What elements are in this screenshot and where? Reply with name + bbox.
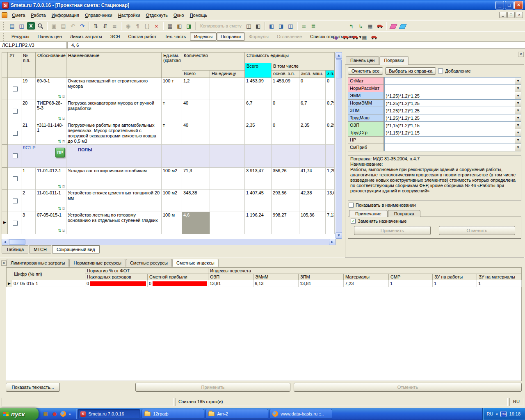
- index-cell[interactable]: 13,81: [208, 280, 253, 287]
- base-salary-cell[interactable]: 356,26: [272, 168, 299, 190]
- window-split-v-icon[interactable]: ◨: [276, 21, 286, 30]
- row-number-cell[interactable]: 20: [21, 100, 36, 122]
- field-value-input[interactable]: ▼: [384, 136, 521, 144]
- field-value-input[interactable]: )*1.25)*1.2)*1,25▼: [384, 99, 521, 107]
- clear-all-button[interactable]: Очистить все: [348, 67, 383, 75]
- pick-from-reference-button[interactable]: Выбрать из справ-ка: [385, 67, 436, 75]
- index-cell[interactable]: 1: [433, 280, 477, 287]
- machine-cell[interactable]: 42,38: [299, 190, 326, 212]
- minimize-button[interactable]: _: [495, 1, 504, 9]
- approve-checkbox[interactable]: [13, 176, 18, 181]
- col-header-unit[interactable]: Ед.изм. (краткая: [162, 52, 182, 78]
- machine-cell[interactable]: 0: [299, 78, 326, 100]
- panel-close-icon[interactable]: ×: [518, 52, 524, 57]
- quantity-cell[interactable]: 4,6: [182, 212, 210, 234]
- cell-reference[interactable]: ЛС1.Р1.ПР2.V3: [0, 43, 66, 48]
- apply-button[interactable]: Применить: [135, 383, 290, 392]
- quick-launch-app-icon[interactable]: ▦: [42, 411, 49, 417]
- subtab-note[interactable]: Примечание: [349, 210, 388, 217]
- machine-cell[interactable]: 2,35: [299, 122, 326, 145]
- col-header-zu-materials[interactable]: ЗУ на материалы: [477, 274, 522, 280]
- col-header-qty-total[interactable]: Всего: [182, 71, 210, 78]
- basis-cell[interactable]: 07-05-015-1⇅¤: [36, 212, 66, 234]
- close-button[interactable]: ×: [514, 1, 523, 9]
- quantity-cell[interactable]: 40: [182, 100, 210, 122]
- formula-value[interactable]: 4, 6: [71, 43, 79, 48]
- col-header-machines[interactable]: эксп. маш.: [299, 71, 326, 78]
- scroll-up-icon[interactable]: ▲: [336, 52, 342, 59]
- salary-cell[interactable]: 0,29: [326, 122, 335, 145]
- recalc-icon[interactable]: ▦: [165, 21, 175, 30]
- dropdown-arrow-icon[interactable]: ▼: [515, 122, 521, 129]
- unit-cell[interactable]: т: [162, 100, 182, 122]
- bottom-tab-2[interactable]: Сметные ресурсы: [126, 259, 172, 267]
- taskbar-task-2[interactable]: Акт-2: [205, 409, 268, 419]
- new-estimate-icon[interactable]: ▤: [7, 21, 17, 30]
- tab-price-panel[interactable]: Панель цен: [346, 56, 379, 64]
- per-unit-cell[interactable]: [210, 100, 245, 122]
- per-unit-cell[interactable]: [210, 190, 245, 212]
- addition-checkbox[interactable]: [438, 68, 443, 73]
- toolbar-grip[interactable]: [3, 33, 5, 41]
- edit-norm-icon[interactable]: ◧: [175, 21, 184, 30]
- highlight-blue-icon[interactable]: [398, 22, 407, 31]
- per-unit-cell[interactable]: [210, 122, 245, 145]
- dropdown-arrow-icon[interactable]: ▼: [515, 100, 521, 107]
- name-cell[interactable]: Погрузочные работы при автомобильных пер…: [66, 122, 162, 145]
- level-up-icon[interactable]: ↰: [347, 22, 356, 31]
- row-number-cell[interactable]: 1: [21, 168, 36, 190]
- name-cell[interactable]: Устройство стяжек цементных толщиной 20 …: [66, 190, 162, 212]
- per-unit-cell[interactable]: [210, 78, 245, 100]
- quantity-cell[interactable]: 71,3: [182, 168, 210, 190]
- stamp-icon[interactable]: ◆: [331, 33, 341, 42]
- base-salary-cell[interactable]: 998,27: [272, 212, 299, 234]
- basis-cell[interactable]: 69-9-1⇅¤: [36, 78, 66, 100]
- totals-grid-icon[interactable]: ▦: [365, 22, 375, 31]
- unit-cell[interactable]: 100 м: [162, 212, 182, 234]
- menu-item-1[interactable]: Работа: [28, 11, 48, 19]
- firefox-quick-icon[interactable]: [60, 411, 66, 417]
- show-tech-part-button[interactable]: Показать техчасть...: [6, 383, 60, 392]
- col-header-overhead[interactable]: Накладных расходов: [85, 274, 148, 280]
- dropdown-arrow-icon[interactable]: ▼: [515, 144, 521, 151]
- cost-total-cell[interactable]: 1 453,09: [245, 78, 272, 100]
- bottom-tab-1[interactable]: Нормативные ресурсы: [69, 259, 125, 267]
- vertical-scrollbar[interactable]: ▲ ▼: [336, 52, 342, 239]
- machine-cell[interactable]: 41,74: [299, 168, 326, 190]
- col-header-smr[interactable]: СМР: [389, 274, 433, 280]
- excel-export-icon[interactable]: X: [27, 22, 35, 30]
- base-salary-cell[interactable]: 0: [272, 100, 299, 122]
- panel-button-1[interactable]: Панель цен: [33, 32, 66, 41]
- estimate-row[interactable]: 211-01-011-1⇅¤Устройство стяжек цементны…: [2, 190, 335, 212]
- insert-estimate-icon[interactable]: ◫: [17, 21, 26, 30]
- col-header-cost-total[interactable]: Всего: [245, 63, 272, 78]
- cost-total-cell[interactable]: 3 913,47: [245, 168, 272, 190]
- estimate-row[interactable]: ▶307-05-015-1⇅¤Устройство лестниц по гот…: [2, 212, 335, 234]
- approve-checkbox-cell[interactable]: [8, 78, 21, 100]
- panel-button-2[interactable]: Лимит. затраты: [66, 32, 106, 41]
- subtab-correction[interactable]: Поправка: [388, 210, 420, 217]
- menu-item-5[interactable]: Отдохнуть: [143, 11, 171, 19]
- tree-expand-icon[interactable]: ≡: [299, 21, 309, 30]
- code-cell[interactable]: 07-05-015-1: [12, 280, 85, 287]
- index-cell[interactable]: 0: [148, 280, 208, 287]
- dropdown-arrow-icon[interactable]: ▼: [515, 114, 521, 121]
- menu-item-4[interactable]: Настройки: [115, 11, 143, 19]
- salary-cell[interactable]: 0: [326, 78, 335, 100]
- start-button[interactable]: пуск: [0, 408, 39, 420]
- horizontal-scroll-thumb[interactable]: [9, 239, 25, 245]
- base-salary-cell[interactable]: 1 453,09: [272, 78, 299, 100]
- salary-cell[interactable]: 0,79: [326, 100, 335, 122]
- section-empty-cell[interactable]: [210, 145, 245, 168]
- cost-total-cell[interactable]: 6,7: [245, 100, 272, 122]
- panel-button-7[interactable]: Поправки: [217, 32, 245, 41]
- scroll-right-icon[interactable]: ▶: [329, 239, 336, 245]
- field-value-input[interactable]: )*1.25)*1.2)*1,25▼: [384, 107, 521, 114]
- quantity-cell[interactable]: 348,38: [182, 190, 210, 212]
- bottom-tab-0[interactable]: Лимитированные затраты: [7, 259, 69, 267]
- highlight-pink-icon[interactable]: [388, 22, 398, 31]
- index-cell[interactable]: 6,13: [253, 280, 299, 287]
- tab-corrections[interactable]: Поправки: [379, 56, 409, 65]
- sort-down-icon[interactable]: ⇵: [100, 21, 110, 30]
- approve-checkbox-cell[interactable]: [8, 190, 21, 212]
